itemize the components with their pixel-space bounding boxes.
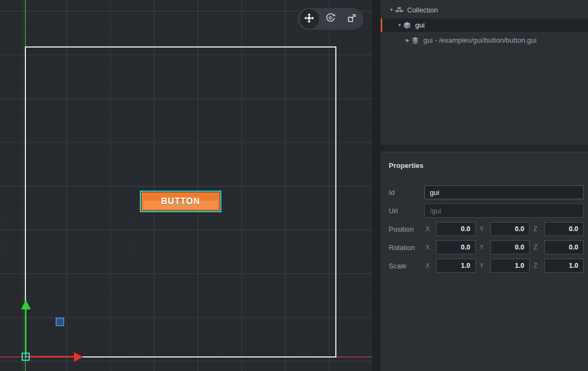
outline-row-label: gui: [415, 21, 424, 29]
scale-x-input[interactable]: [436, 259, 476, 273]
x-axis-label: X: [425, 225, 432, 233]
gui-layers-icon: [411, 37, 421, 44]
rotation-label: Rotation: [389, 244, 422, 252]
outline-row-label: Collection: [407, 6, 438, 14]
y-axis-label: Y: [479, 262, 486, 269]
collapse-icon[interactable]: ▼: [388, 8, 395, 12]
scale-label: Scale: [389, 262, 422, 270]
pivot-handle[interactable]: [56, 318, 64, 326]
expand-icon[interactable]: ▶: [404, 38, 411, 43]
rotation-x-input[interactable]: [436, 240, 476, 254]
outline-properties-splitter[interactable]: [381, 145, 588, 152]
z-axis-label: Z: [533, 244, 540, 251]
viewport-panel-splitter[interactable]: [372, 0, 381, 371]
game-object-cube-icon: [403, 22, 413, 29]
scale-tool-button[interactable]: [342, 9, 361, 29]
properties-panel: Properties Id Url Position X Y Z Rotatio…: [381, 152, 588, 371]
x-axis-label: X: [425, 244, 432, 251]
url-property-row: Url: [389, 204, 584, 218]
rotation-property-row: Rotation X Y Z: [389, 240, 584, 254]
collapse-icon[interactable]: ▼: [396, 23, 403, 28]
move-tool-button[interactable]: [300, 9, 319, 29]
rotate-tool-icon: [325, 12, 336, 25]
url-input: [424, 204, 584, 218]
position-property-row: Position X Y Z: [389, 222, 584, 236]
rotation-y-input[interactable]: [490, 240, 530, 254]
outline-row-collection[interactable]: ▼ Collection: [381, 3, 588, 17]
move-gizmo-origin-handle[interactable]: [22, 353, 30, 361]
position-x-input[interactable]: [436, 222, 476, 236]
right-panel: ▼ Collection ▼: [381, 0, 588, 371]
gui-button-node[interactable]: BUTTON: [140, 191, 221, 212]
url-label: Url: [389, 207, 422, 215]
scale-tool-icon: [347, 13, 357, 25]
scale-property-row: Scale X Y Z: [389, 259, 584, 273]
move-gizmo-y-arrow-icon[interactable]: [21, 300, 31, 309]
move-gizmo-x-arrow-icon[interactable]: [74, 352, 83, 362]
rotation-z-input[interactable]: [544, 240, 584, 254]
move-tool-icon: [304, 13, 314, 25]
scale-y-input[interactable]: [490, 259, 530, 273]
outline-panel: ▼ Collection ▼: [381, 0, 588, 145]
y-axis-label: Y: [479, 244, 486, 251]
id-input[interactable]: [424, 185, 584, 199]
move-gizmo-x-axis[interactable]: [27, 356, 75, 357]
properties-title: Properties: [389, 161, 584, 170]
scene-viewport[interactable]: BUTTON: [0, 0, 372, 371]
y-axis-label: Y: [479, 225, 486, 233]
outline-row-gui[interactable]: ▼ gui: [381, 18, 588, 32]
scale-z-input[interactable]: [544, 259, 584, 273]
z-axis-label: Z: [533, 225, 540, 233]
outline-row-gui-component[interactable]: ▶ gui - /examples/gui/button/button.gui: [381, 33, 588, 47]
position-label: Position: [389, 225, 422, 233]
position-y-input[interactable]: [490, 222, 530, 236]
position-z-input[interactable]: [544, 222, 584, 236]
id-property-row: Id: [389, 185, 584, 199]
id-label: Id: [389, 188, 422, 197]
outline-row-label: gui - /examples/gui/button/button.gui: [423, 36, 537, 44]
gui-button-text: BUTTON: [141, 192, 220, 211]
collection-icon: [395, 6, 405, 14]
x-axis-label: X: [425, 262, 432, 269]
editor-window: BUTTON: [0, 0, 588, 371]
z-axis-label: Z: [533, 262, 540, 269]
transform-tool-bar: [298, 8, 363, 30]
rotate-tool-button[interactable]: [321, 9, 340, 29]
move-gizmo-y-axis[interactable]: [25, 309, 26, 357]
